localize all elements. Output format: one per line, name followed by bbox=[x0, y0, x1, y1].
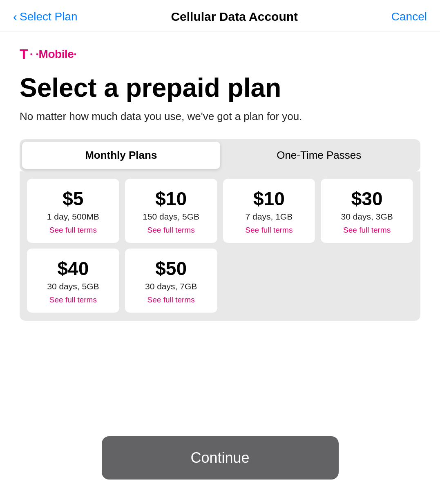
plans-row-2: $40 30 days, 5GB See full terms $50 30 d… bbox=[27, 249, 413, 313]
plan-description: 150 days, 5GB bbox=[143, 212, 199, 222]
plan-description: 30 days, 3GB bbox=[341, 212, 393, 222]
plan-description: 30 days, 5GB bbox=[47, 282, 99, 291]
back-label: Select Plan bbox=[20, 10, 78, 23]
plan-price: $5 bbox=[63, 189, 83, 209]
tmobile-t-icon: T bbox=[20, 46, 28, 62]
plans-container: $5 1 day, 500MB See full terms $10 150 d… bbox=[20, 171, 420, 320]
plan-card-5[interactable]: $5 1 day, 500MB See full terms bbox=[27, 179, 119, 243]
plan-description: 30 days, 7GB bbox=[145, 282, 197, 291]
plan-terms-link[interactable]: See full terms bbox=[49, 295, 97, 304]
plan-card-10-7[interactable]: $10 7 days, 1GB See full terms bbox=[223, 179, 315, 243]
plan-description: 1 day, 500MB bbox=[47, 212, 99, 222]
plan-card-10-150[interactable]: $10 150 days, 5GB See full terms bbox=[125, 179, 217, 243]
tmobile-logo-text: · ·Mobile· bbox=[30, 48, 77, 61]
plan-tabs: Monthly Plans One-Time Passes bbox=[20, 139, 420, 171]
cancel-button[interactable]: Cancel bbox=[391, 10, 427, 23]
continue-button[interactable]: Continue bbox=[102, 436, 339, 480]
plan-price: $10 bbox=[155, 189, 187, 209]
chevron-left-icon: ‹ bbox=[13, 11, 17, 23]
plan-card-30[interactable]: $30 30 days, 3GB See full terms bbox=[321, 179, 413, 243]
page-heading: Select a prepaid plan bbox=[20, 73, 420, 102]
main-content: T · ·Mobile· Select a prepaid plan No ma… bbox=[0, 31, 440, 394]
back-button[interactable]: ‹ Select Plan bbox=[13, 10, 78, 23]
plan-price: $50 bbox=[155, 258, 187, 279]
header: ‹ Select Plan Cellular Data Account Canc… bbox=[0, 0, 440, 31]
plan-card-40[interactable]: $40 30 days, 5GB See full terms bbox=[27, 249, 119, 313]
plan-card-50[interactable]: $50 30 days, 7GB See full terms bbox=[125, 249, 217, 313]
tab-monthly[interactable]: Monthly Plans bbox=[22, 142, 220, 169]
plan-terms-link[interactable]: See full terms bbox=[343, 226, 391, 235]
plans-row-1: $5 1 day, 500MB See full terms $10 150 d… bbox=[27, 179, 413, 243]
tab-one-time[interactable]: One-Time Passes bbox=[220, 142, 418, 169]
page-title: Cellular Data Account bbox=[171, 10, 298, 24]
plan-terms-link[interactable]: See full terms bbox=[147, 295, 195, 304]
plan-price: $10 bbox=[253, 189, 285, 209]
plan-terms-link[interactable]: See full terms bbox=[245, 226, 293, 235]
plan-description: 7 days, 1GB bbox=[246, 212, 293, 222]
plan-price: $40 bbox=[58, 258, 89, 279]
page-subheading: No matter how much data you use, we've g… bbox=[20, 110, 420, 123]
tmobile-logo: T · ·Mobile· bbox=[20, 46, 420, 62]
plan-terms-link[interactable]: See full terms bbox=[147, 226, 195, 235]
plan-price: $30 bbox=[351, 189, 383, 209]
continue-button-container: Continue bbox=[102, 436, 339, 480]
plan-terms-link[interactable]: See full terms bbox=[49, 226, 97, 235]
